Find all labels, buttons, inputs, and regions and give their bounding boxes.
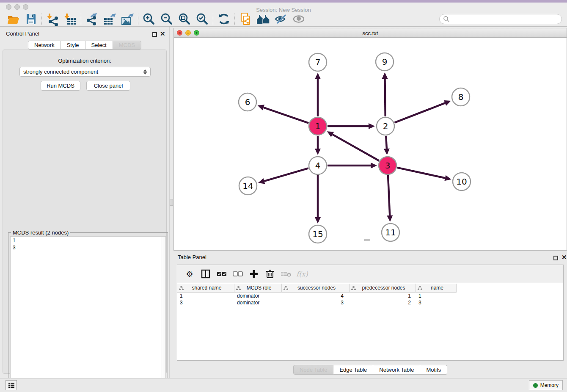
column-header-predecessor-nodes[interactable]: predecessor nodes xyxy=(350,284,416,293)
divider-grip-icon[interactable] xyxy=(170,199,173,206)
close-panel-icon[interactable]: ✕ xyxy=(160,31,165,36)
open-file-icon[interactable] xyxy=(4,12,22,26)
tab-select[interactable]: Select xyxy=(85,41,113,50)
cell-name[interactable]: 3 xyxy=(416,299,457,306)
network-canvas-svg[interactable]: 7968124314101511 xyxy=(174,38,567,251)
import-table-icon[interactable] xyxy=(61,12,79,26)
search-box[interactable] xyxy=(439,14,562,24)
toolbar-separator xyxy=(41,14,42,25)
control-panel: Control Panel ✕ NetworkStyleSelectMCDS O… xyxy=(0,27,169,378)
cell-successor-nodes[interactable]: 4 xyxy=(282,293,350,299)
tab-network[interactable]: Network xyxy=(28,41,61,50)
network-overview-icon[interactable] xyxy=(254,12,272,26)
float-panel-icon[interactable] xyxy=(152,31,157,39)
select-all-rows-icon[interactable] xyxy=(215,268,228,280)
cell-predecessor-nodes[interactable]: 2 xyxy=(350,299,416,306)
function-builder-icon: f(x) xyxy=(296,268,308,280)
zoom-fit-content-icon[interactable] xyxy=(176,12,193,26)
export-network-icon[interactable] xyxy=(83,12,101,26)
select-stepper-icon xyxy=(143,69,147,75)
apply-layout-icon[interactable] xyxy=(215,12,233,26)
cell-shared-name[interactable]: 1 xyxy=(177,293,234,299)
toolbar-separator xyxy=(234,14,235,25)
tab-style[interactable]: Style xyxy=(61,41,85,50)
table-panel-title: Table Panel xyxy=(178,254,206,260)
zoom-out-icon[interactable] xyxy=(158,12,176,26)
import-network-icon[interactable] xyxy=(44,12,61,26)
deselect-all-rows-icon[interactable] xyxy=(231,268,244,280)
cell-name[interactable]: 1 xyxy=(416,293,457,299)
close-panel-button[interactable]: Close panel xyxy=(86,81,130,91)
edge-3-1[interactable] xyxy=(333,135,379,161)
table-row-1[interactable]: 1dominator411 xyxy=(177,293,563,299)
cell-MCDS-role[interactable]: dominator xyxy=(234,299,282,306)
cell-predecessor-nodes[interactable]: 1 xyxy=(350,293,416,299)
edge-2-3[interactable] xyxy=(386,136,387,149)
memory-label: Memory xyxy=(540,382,559,388)
table-row-2[interactable]: 3dominator323 xyxy=(177,299,563,306)
delete-columns-icon[interactable] xyxy=(264,268,276,280)
cell-MCDS-role[interactable]: dominator xyxy=(234,293,282,299)
column-label: predecessor nodes xyxy=(356,285,416,291)
edge-arrowhead-4-15 xyxy=(315,217,321,224)
search-input[interactable] xyxy=(450,15,561,23)
memory-status-icon xyxy=(533,383,538,388)
task-history-button[interactable] xyxy=(6,380,17,390)
float-table-panel-icon[interactable] xyxy=(553,254,558,262)
tab-edge-table[interactable]: Edge Table xyxy=(333,365,373,375)
column-settings-icon[interactable]: ⚙ xyxy=(183,268,196,280)
optimization-criterion-label: Optimization criterion: xyxy=(3,58,166,64)
export-table-icon[interactable] xyxy=(101,12,118,26)
cell-shared-name[interactable]: 3 xyxy=(177,299,234,306)
node-label-9: 9 xyxy=(382,57,388,67)
tab-mcds[interactable]: MCDS xyxy=(113,41,141,50)
tab-node-table[interactable]: Node Table xyxy=(293,365,334,375)
table-panel: Table Panel ✕ ⚙ f(x) shared nameMCDS rol… xyxy=(173,252,567,376)
show-graphics-details-icon[interactable] xyxy=(290,12,308,26)
mcds-result-text[interactable]: 1 3 xyxy=(10,236,166,390)
cell-successor-nodes[interactable]: 3 xyxy=(282,299,350,306)
column-header-successor-nodes[interactable]: successor nodes xyxy=(282,284,350,293)
close-table-panel-icon[interactable]: ✕ xyxy=(561,255,567,259)
table-toolbar: ⚙ f(x) xyxy=(177,265,563,283)
edge-3-11[interactable] xyxy=(388,175,390,215)
delete-table-icon xyxy=(280,268,292,280)
toolbar-separator xyxy=(138,14,138,25)
zoom-selected-region-icon[interactable] xyxy=(193,12,211,26)
mcds-result-title: MCDS result (2 nodes) xyxy=(11,229,70,236)
edge-4-14[interactable] xyxy=(264,168,308,181)
mcds-pane: Optimization criterion: strongly connect… xyxy=(3,50,167,374)
column-header-shared-name[interactable]: shared name xyxy=(177,284,234,293)
node-label-4: 4 xyxy=(315,160,321,171)
window-titlebar: Session: New Session xyxy=(0,3,567,12)
network-window-titlebar[interactable]: × − + scc.txt xyxy=(174,28,567,38)
save-session-icon[interactable] xyxy=(22,12,40,26)
toggle-column-display-icon[interactable] xyxy=(199,268,212,280)
column-header-name[interactable]: name xyxy=(416,284,457,293)
edge-arrowhead-4-14 xyxy=(258,178,265,184)
memory-button[interactable]: Memory xyxy=(529,380,563,390)
new-network-from-selection-icon[interactable] xyxy=(237,12,254,26)
edge-1-6[interactable] xyxy=(264,108,308,123)
mcds-result-group: MCDS result (2 nodes) 1 3 xyxy=(8,232,168,392)
node-label-14: 14 xyxy=(242,181,253,191)
create-column-icon[interactable] xyxy=(248,268,260,280)
edge-arrowhead-2-9 xyxy=(382,72,388,79)
column-header-MCDS-role[interactable]: MCDS role xyxy=(234,284,282,293)
hide-graphics-details-icon[interactable] xyxy=(272,12,290,26)
node-label-2: 2 xyxy=(383,121,388,131)
network-window: × − + scc.txt 7968124314101511 xyxy=(173,28,567,251)
edge-3-10[interactable] xyxy=(397,168,445,178)
run-mcds-button[interactable]: Run MCDS xyxy=(41,81,80,91)
criterion-select[interactable]: strongly connected component xyxy=(19,67,151,77)
zoom-in-icon[interactable] xyxy=(140,12,158,26)
export-image-icon[interactable] xyxy=(118,12,136,26)
canvas-resize-grip[interactable] xyxy=(364,239,370,241)
edge-2-9[interactable] xyxy=(385,79,385,116)
tab-network-table[interactable]: Network Table xyxy=(373,365,420,375)
table-header-row: shared nameMCDS rolesuccessor nodesprede… xyxy=(177,284,457,293)
tab-motifs[interactable]: Motifs xyxy=(420,365,447,375)
result-scrollbar[interactable] xyxy=(162,237,165,389)
edge-2-8[interactable] xyxy=(394,103,445,122)
edge-arrowhead-1-4 xyxy=(315,149,321,155)
